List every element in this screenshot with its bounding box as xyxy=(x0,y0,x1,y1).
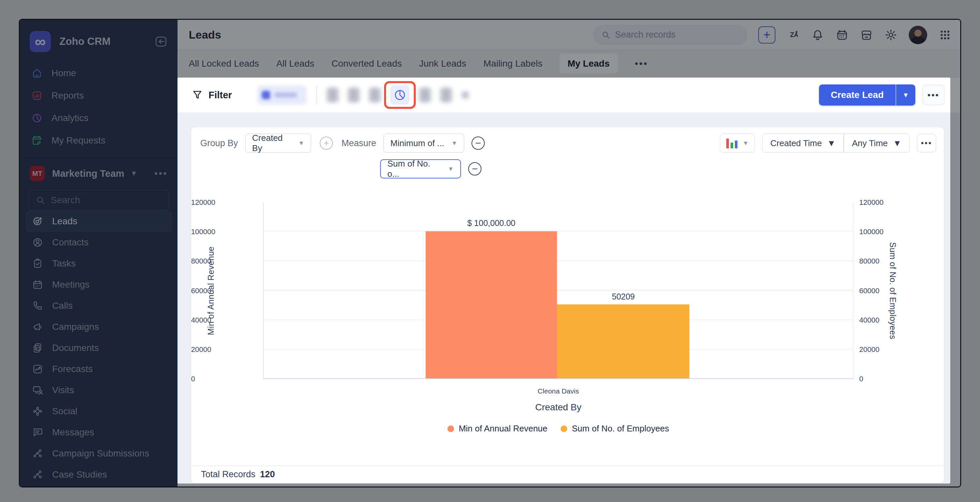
tab-all-leads[interactable]: All Leads xyxy=(276,59,314,69)
bar-min-annual-revenue[interactable] xyxy=(426,231,557,378)
create-lead-dropdown-caret[interactable]: ▼ xyxy=(896,84,915,106)
sidebar-item-label: Meetings xyxy=(52,280,90,290)
legend-item-min-annual-revenue[interactable]: Min of Annual Revenue xyxy=(447,424,547,434)
team-more-icon[interactable]: ••• xyxy=(154,168,168,179)
settings-gear-icon[interactable] xyxy=(884,29,897,41)
toolbar-more-button[interactable]: ••• xyxy=(923,85,944,105)
sidebar-item-label: Reports xyxy=(51,91,84,101)
visits-icon xyxy=(32,384,43,396)
tab-all-locked-leads[interactable]: All Locked Leads xyxy=(189,59,259,69)
filter-button[interactable]: Filter xyxy=(192,90,232,101)
team-selector[interactable]: MT Marketing Team ▼ ••• xyxy=(20,162,178,185)
sidebar-item-tasks[interactable]: Tasks xyxy=(25,253,172,274)
sidebar-item-leads[interactable]: Leads xyxy=(25,211,172,232)
sidebar-item-messages[interactable]: Messages xyxy=(25,422,172,443)
main-area: Leads Search records + All Locked Leads … xyxy=(178,20,960,486)
blurred-toolbar-icons[interactable] xyxy=(327,88,380,102)
sidebar-search-input[interactable]: Search xyxy=(29,190,169,211)
sidebar-item-label: Campaigns xyxy=(52,322,99,332)
filter-funnel-icon xyxy=(192,90,203,100)
global-search-input[interactable]: Search records xyxy=(593,25,747,45)
legend-label: Min of Annual Revenue xyxy=(459,424,547,434)
date-filter: Created Time ▼ Any Time ▼ xyxy=(762,133,910,153)
sidebar-item-case-studies[interactable]: Case Studies xyxy=(25,464,172,485)
sidebar-item-label: Visits xyxy=(52,385,74,396)
sidebar-item-label: Analytics xyxy=(51,113,88,123)
sidebar-item-documents[interactable]: Documents xyxy=(25,337,172,359)
sidebar-item-campaigns[interactable]: Campaigns xyxy=(25,316,172,337)
app-launcher-grid-icon[interactable] xyxy=(939,29,951,41)
sidebar-header: ∞ Zoho CRM xyxy=(20,27,178,56)
tab-my-leads[interactable]: My Leads xyxy=(560,54,618,73)
chevron-down-icon: ▼ xyxy=(448,165,454,173)
tasks-icon xyxy=(32,257,43,270)
user-avatar[interactable] xyxy=(909,26,927,44)
group-by-dropdown[interactable]: Created By ▼ xyxy=(245,133,311,153)
zia-assistant-icon[interactable] xyxy=(787,29,800,41)
analytics-icon xyxy=(31,112,43,124)
brand-title: Zoho CRM xyxy=(59,36,154,48)
case-studies-icon xyxy=(32,469,43,481)
sidebar-item-label: Leads xyxy=(52,216,77,227)
chart-more-button[interactable]: ••• xyxy=(917,134,936,153)
sidebar-item-visits[interactable]: Visits xyxy=(25,380,172,401)
contacts-icon xyxy=(32,237,43,248)
date-field-dropdown[interactable]: Created Time ▼ xyxy=(762,138,844,148)
date-range-dropdown[interactable]: Any Time ▼ xyxy=(844,138,909,148)
team-badge: MT xyxy=(30,166,45,181)
chevron-down-icon: ▼ xyxy=(827,138,836,148)
sidebar-item-forecasts[interactable]: Forecasts xyxy=(25,359,172,380)
calendar-icon[interactable] xyxy=(835,29,849,41)
blurred-view-chip[interactable] xyxy=(257,86,307,105)
bar-sum-no-of-employees[interactable] xyxy=(557,304,689,378)
sidebar-item-calls[interactable]: Calls xyxy=(25,295,172,316)
total-records-row: Total Records 120 xyxy=(191,466,944,483)
measure-2-dropdown[interactable]: Sum of No. o... ▼ xyxy=(380,159,461,178)
team-name: Marketing Team xyxy=(52,168,124,179)
legend-item-sum-no-of-employees[interactable]: Sum of No. of Employees xyxy=(561,424,669,434)
remove-measure-1-icon[interactable]: − xyxy=(471,137,485,150)
sidebar-item-reports[interactable]: Reports xyxy=(20,84,178,107)
create-lead-button[interactable]: Create Lead xyxy=(819,84,896,106)
sidebar-item-home[interactable]: Home xyxy=(20,62,178,84)
forecasts-icon xyxy=(32,363,43,375)
blurred-toolbar-icons[interactable] xyxy=(419,88,469,102)
sidebar-nav: Home Reports Analytics My Requests xyxy=(20,62,178,152)
calls-icon xyxy=(32,300,43,312)
bar-data-label: 50209 xyxy=(557,292,689,302)
chart-type-button[interactable]: ▼ xyxy=(720,133,755,153)
x-axis-category-label: Cleona Davis xyxy=(263,387,853,395)
quick-create-button[interactable]: + xyxy=(758,26,775,43)
home-icon xyxy=(31,67,43,79)
chevron-down-icon: ▼ xyxy=(130,169,138,178)
notifications-bell-icon[interactable] xyxy=(811,29,824,41)
my-requests-icon xyxy=(31,135,43,146)
sidebar-item-my-requests[interactable]: My Requests xyxy=(20,129,178,152)
sidebar-item-label: My Requests xyxy=(51,135,105,146)
chart-view-toggle[interactable] xyxy=(390,86,409,105)
date-field-value: Created Time xyxy=(770,138,822,148)
tab-junk-leads[interactable]: Junk Leads xyxy=(419,59,466,69)
sidebar-item-analytics[interactable]: Analytics xyxy=(20,107,178,129)
bar-chart-icon xyxy=(726,138,738,148)
sidebar-item-label: Campaign Submissions xyxy=(52,448,149,459)
chevron-down-icon: ▼ xyxy=(452,140,457,147)
tabs-overflow-icon[interactable]: ••• xyxy=(635,58,648,69)
chart-card: Group By Created By ▼ + Measure Minimum … xyxy=(191,127,944,483)
sidebar-item-campaign-submissions[interactable]: Campaign Submissions xyxy=(25,443,172,464)
chart-plot-area: $ 100,000.00 50209 xyxy=(263,203,853,379)
module-list: Leads Contacts Tasks Meetings Calls Camp… xyxy=(20,211,178,485)
campaigns-icon xyxy=(32,321,43,333)
sidebar-item-social[interactable]: Social xyxy=(25,401,172,422)
sidebar-item-contacts[interactable]: Contacts xyxy=(25,232,172,253)
sidebar-item-meetings[interactable]: Meetings xyxy=(25,274,172,295)
remove-measure-2-icon[interactable]: − xyxy=(468,162,481,175)
marketplace-icon[interactable] xyxy=(860,29,873,41)
sidebar-collapse-icon[interactable] xyxy=(154,35,168,48)
add-group-icon[interactable]: + xyxy=(320,137,333,150)
tab-mailing-labels[interactable]: Mailing Labels xyxy=(484,59,542,69)
total-records-value: 120 xyxy=(260,469,275,480)
tab-converted-leads[interactable]: Converted Leads xyxy=(331,59,402,69)
measure-1-dropdown[interactable]: Minimum of ... ▼ xyxy=(383,133,464,153)
sidebar-item-label: Messages xyxy=(52,427,94,438)
